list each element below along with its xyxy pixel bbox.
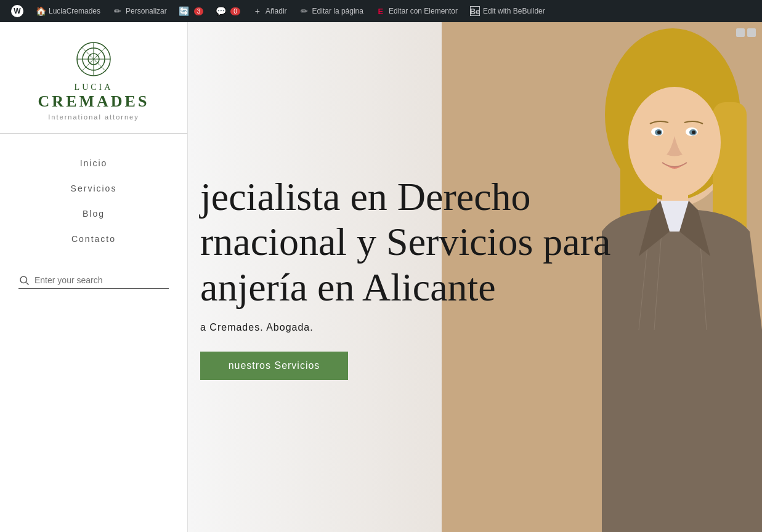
wordpress-icon: W — [11, 5, 23, 17]
logo-subtitle: International attorney — [48, 113, 139, 121]
customize-button[interactable]: ✏ Personalizar — [107, 0, 173, 22]
bebuilder-button[interactable]: Be Edit with BeBuilder — [464, 0, 551, 22]
hero-subtitle: a Cremades. Abogada. — [200, 322, 737, 333]
scroll-dot-2 — [747, 28, 756, 37]
updates-button[interactable]: 🔄 3 — [173, 0, 210, 22]
hero-title-line1: jecialista en Derecho — [200, 175, 531, 219]
comments-button[interactable]: 💬 0 — [209, 0, 246, 22]
elementor-label: Editar con Elementor — [389, 7, 458, 15]
customize-label: Personalizar — [126, 7, 167, 15]
logo-emblem-icon — [75, 41, 112, 78]
nav-item-servicios[interactable]: Servicios — [59, 177, 129, 200]
cta-button[interactable]: nuestros Servicios — [200, 352, 348, 380]
add-new-button[interactable]: + Añadir — [246, 0, 293, 22]
site-name-button[interactable]: 🏠 LuciaCremades — [30, 0, 107, 22]
edit-page-label: Editar la página — [312, 7, 363, 15]
nav-menu: Inicio Servicios Blog Contacto — [0, 146, 187, 256]
updates-icon: 🔄 — [179, 6, 189, 16]
customize-icon: ✏ — [113, 6, 123, 16]
nav-item-blog[interactable]: Blog — [70, 203, 117, 225]
main-layout: LUCIA CREMADES International attorney In… — [0, 22, 762, 532]
content-area: jecialista en Derecho rnacional y Servic… — [188, 22, 762, 532]
edit-icon: ✏ — [299, 6, 309, 16]
logo-name-lucia: LUCIA — [75, 83, 113, 92]
admin-bar: W 🏠 LuciaCremades ✏ Personalizar 🔄 3 💬 0… — [0, 0, 762, 22]
search-icon — [18, 275, 30, 286]
edit-page-button[interactable]: ✏ Editar la página — [293, 0, 370, 22]
nav-item-inicio[interactable]: Inicio — [68, 152, 120, 174]
updates-count: 3 — [194, 7, 204, 15]
comments-count: 0 — [230, 7, 240, 15]
site-name-label: LuciaCremades — [49, 7, 100, 15]
bebuilder-label: Edit with BeBuilder — [483, 7, 545, 15]
site-icon: 🏠 — [36, 6, 46, 16]
scroll-dot-1 — [736, 28, 745, 37]
hero-title: jecialista en Derecho rnacional y Servic… — [200, 174, 737, 310]
scroll-indicator — [736, 28, 756, 37]
hero-content: jecialista en Derecho rnacional y Servic… — [188, 22, 762, 532]
hero-title-line3: anjería en Alicante — [200, 265, 496, 309]
svg-line-8 — [26, 283, 29, 285]
logo-name-cremades: CREMADES — [38, 92, 150, 111]
be-icon: Be — [470, 6, 480, 16]
elementor-button[interactable]: E Editar con Elementor — [370, 0, 464, 22]
search-input[interactable] — [34, 275, 169, 285]
add-icon: + — [253, 6, 262, 16]
comment-icon: 💬 — [216, 6, 225, 16]
hero-title-line2: rnacional y Servicios para — [200, 220, 610, 264]
logo-area: LUCIA CREMADES International attorney — [0, 34, 187, 134]
add-label: Añadir — [265, 7, 287, 15]
svg-point-7 — [20, 276, 27, 283]
elementor-icon: E — [376, 6, 386, 16]
wp-logo-button[interactable]: W — [5, 0, 30, 22]
nav-item-contacto[interactable]: Contacto — [59, 228, 128, 250]
search-wrapper — [18, 275, 169, 289]
search-area — [0, 262, 187, 301]
sidebar: LUCIA CREMADES International attorney In… — [0, 22, 188, 532]
